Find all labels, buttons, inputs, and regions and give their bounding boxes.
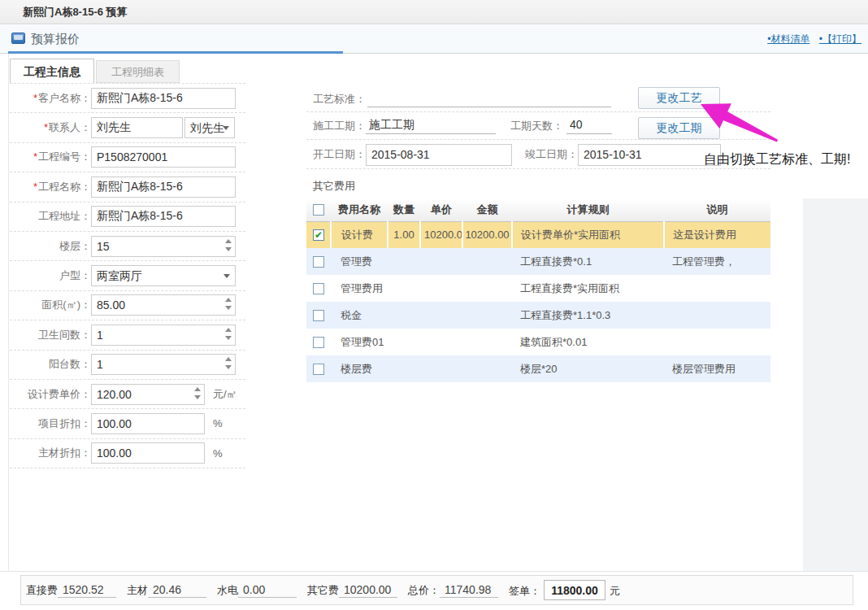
row-checkbox[interactable] <box>313 337 324 348</box>
main-material-value: 20.46 <box>148 583 206 598</box>
form-row-balcony-count: 阳台数： <box>10 351 245 380</box>
row-checkbox[interactable] <box>313 310 324 321</box>
col-note: 说明 <box>664 198 770 221</box>
form-row-project-name: *工程名称： <box>10 172 245 202</box>
form-row-contact: *联系人： 刘先生 <box>10 113 245 142</box>
stepper-arrows-icon[interactable] <box>225 328 232 342</box>
contact-input[interactable] <box>91 117 183 138</box>
design-fee-price-stepper[interactable] <box>91 384 205 405</box>
process-standard-label: 工艺标准： <box>306 92 366 107</box>
project-main-form: *客户名称： *联系人： 刘先生 *工程编号： *工程名称： 工程地址： 楼层： <box>10 83 245 468</box>
select-all-checkbox[interactable] <box>313 204 324 216</box>
required-mark: * <box>33 92 37 104</box>
col-rule: 计算规则 <box>512 198 664 221</box>
row-checkbox-checked[interactable]: ✔ <box>313 229 324 241</box>
currency-unit: 元 <box>610 584 620 599</box>
main-material-label: 主材 <box>127 583 148 598</box>
customer-name-label: *客户名称： <box>10 91 91 106</box>
design-fee-price-unit: 元/㎡ <box>213 387 237 402</box>
col-fee-name: 费用名称 <box>331 198 388 221</box>
fee-row-management-fee[interactable]: 管理费用 工程直接费*实用面积 <box>306 275 770 302</box>
stepper-arrows-icon[interactable] <box>225 239 232 254</box>
fee-row-design[interactable]: ✔ 设计费 1.00 10200.00 10200.00 设计费单价*实用面积 … <box>306 221 770 248</box>
water-electric-value: 0.00 <box>238 583 297 598</box>
fee-row-management[interactable]: 管理费 工程直接费*0.1 工程管理费， <box>306 248 770 275</box>
end-date-input[interactable] <box>578 144 721 166</box>
fees-table: 费用名称 数量 单价 金额 计算规则 说明 ✔ 设计费 1.00 10200.0… <box>306 198 770 382</box>
process-standard-value <box>367 91 611 107</box>
window-titlebar: 新熙门A栋8-15-6 预算 <box>0 0 868 24</box>
material-discount-unit: % <box>213 447 223 460</box>
fees-header-row: 费用名称 数量 单价 金额 计算规则 说明 <box>306 198 770 221</box>
design-fee-price-label: 设计费单价： <box>10 387 91 402</box>
bathroom-count-label: 卫生间数： <box>10 328 91 342</box>
sign-amount-input[interactable] <box>544 580 605 600</box>
bathroom-count-stepper[interactable] <box>91 325 236 346</box>
title-accent-underline <box>8 51 343 54</box>
contact-select[interactable]: 刘先生 <box>184 117 235 138</box>
totals-footer: 直接费1520.52 主材20.46 水电0.00 其它费10200.00 总价… <box>0 571 868 610</box>
print-link[interactable]: •【打印】 <box>819 33 861 45</box>
col-amount: 金额 <box>462 198 512 221</box>
budget-quote-icon <box>11 33 25 44</box>
tab-project-main-info[interactable]: 工程主信息 <box>10 59 94 83</box>
row-checkbox[interactable] <box>313 364 324 375</box>
tab-bar: 工程主信息 工程明细表 <box>10 59 180 83</box>
form-row-project-code: *工程编号： <box>10 143 245 172</box>
area-stepper[interactable] <box>91 294 236 316</box>
schedule-days-label: 工期天数： <box>504 119 563 133</box>
balcony-count-stepper[interactable] <box>91 354 236 375</box>
project-address-input[interactable] <box>91 206 236 227</box>
totals-box: 直接费1520.52 主材20.46 水电0.00 其它费10200.00 总价… <box>20 575 853 605</box>
water-electric-label: 水电 <box>217 583 238 598</box>
page-title: 预算报价 <box>31 25 80 53</box>
annotation-text: 自由切换工艺标准、工期! <box>704 151 850 168</box>
stepper-arrows-icon[interactable] <box>194 387 201 402</box>
project-code-input[interactable] <box>91 146 236 168</box>
floor-stepper[interactable] <box>91 236 236 257</box>
material-discount-input[interactable] <box>91 442 205 464</box>
total-price-value: 11740.98 <box>440 583 498 598</box>
tab-project-detail[interactable]: 工程明细表 <box>96 60 180 83</box>
toolbar-links: •材料清单 •【打印】 <box>761 25 861 53</box>
other-fee-label: 其它费 <box>307 583 339 598</box>
customer-name-input[interactable] <box>91 88 236 109</box>
project-discount-input[interactable] <box>91 413 205 434</box>
budget-window: 新熙门A栋8-15-6 预算 预算报价 •材料清单 •【打印】 工程主信息 工程… <box>0 0 868 610</box>
project-discount-label: 项目折扣： <box>10 416 91 431</box>
start-date-label: 开工日期： <box>306 147 366 162</box>
stepper-arrows-icon[interactable] <box>225 298 232 312</box>
other-fee-value: 10200.00 <box>339 583 397 598</box>
row-checkbox[interactable] <box>313 256 324 268</box>
form-row-bathroom-count: 卫生间数： <box>10 320 245 350</box>
chevron-down-icon <box>223 126 229 130</box>
content-left-border <box>8 54 9 610</box>
required-mark: * <box>33 181 37 193</box>
project-discount-unit: % <box>213 417 223 429</box>
other-fees-label: 其它费用 <box>313 179 355 194</box>
chevron-down-icon <box>224 274 230 278</box>
fee-row-floor-fee[interactable]: 楼层费 楼层*20 楼层管理费用 <box>306 355 770 382</box>
row-checkbox[interactable] <box>313 283 324 294</box>
col-qty: 数量 <box>388 198 420 221</box>
form-row-house-type: 户型： 两室两厅 <box>10 261 245 290</box>
annotation-arrow-icon <box>696 93 785 146</box>
right-background-strip <box>803 198 868 571</box>
project-code-label: *工程编号： <box>10 150 91 164</box>
form-row-design-fee-price: 设计费单价： 元/㎡ <box>10 380 245 409</box>
start-date-input[interactable] <box>366 144 512 166</box>
project-name-input[interactable] <box>91 176 236 198</box>
project-address-label: 工程地址： <box>10 209 91 224</box>
fee-row-management-01[interactable]: 管理费01 建筑面积*0.01 <box>306 329 770 355</box>
construction-schedule-label: 施工工期： <box>306 119 366 133</box>
project-name-label: *工程名称： <box>10 180 91 194</box>
material-list-link[interactable]: •材料清单 <box>767 33 809 45</box>
form-row-customer-name: *客户名称： <box>10 84 245 113</box>
stepper-arrows-icon[interactable] <box>225 357 232 372</box>
fee-row-tax[interactable]: 税金 工程直接费*1.1*0.3 <box>306 302 770 329</box>
window-title: 新熙门A栋8-15-6 预算 <box>23 6 128 18</box>
end-date-label: 竣工日期： <box>519 147 578 162</box>
area-label: 面积(㎡)： <box>10 298 91 312</box>
house-type-label: 户型： <box>10 268 91 283</box>
house-type-select[interactable]: 两室两厅 <box>91 265 236 286</box>
